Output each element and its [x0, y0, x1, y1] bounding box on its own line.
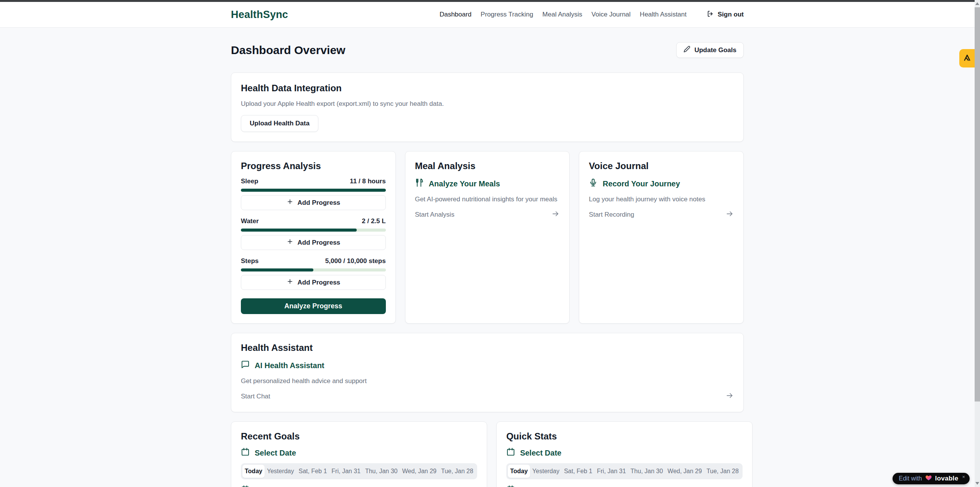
voice-journal-description: Log your health journey with voice notes: [589, 195, 734, 203]
calendar-icon: [506, 448, 515, 458]
chat-bubble-icon: [241, 360, 250, 371]
date-tab-strip: Today Yesterday Sat, Feb 1 Fri, Jan 31 T…: [241, 463, 477, 479]
progress-analysis-card: Progress Analysis Sleep 11 / 8 hours Add…: [231, 151, 396, 324]
progress-bar-fill: [241, 189, 386, 192]
date-tab-today[interactable]: Today: [242, 465, 265, 478]
metric-value: 11 / 8 hours: [350, 178, 386, 185]
start-chat-action[interactable]: Start Chat: [241, 392, 734, 401]
analyze-your-meals-label: Analyze Your Meals: [429, 179, 500, 188]
add-progress-sleep-button[interactable]: Add Progress: [241, 195, 386, 210]
date-tab-fri-jan-31[interactable]: Fri, Jan 31: [329, 465, 363, 478]
progress-analysis-title: Progress Analysis: [241, 161, 386, 171]
metric-label: Water: [241, 217, 259, 225]
metric-label: Steps: [241, 257, 259, 265]
microphone-icon: [589, 178, 598, 189]
update-goals-label: Update Goals: [694, 46, 736, 54]
meal-analysis-description: Get AI-powered nutritional insights for …: [415, 195, 560, 203]
brand-logo[interactable]: HealthSync: [231, 9, 288, 21]
side-widget-badge[interactable]: [959, 49, 975, 67]
add-progress-label: Add Progress: [298, 239, 340, 247]
analyze-your-meals-link[interactable]: Analyze Your Meals: [415, 178, 560, 189]
start-analysis-action[interactable]: Start Analysis: [415, 210, 560, 220]
meal-analysis-card: Meal Analysis Analyze Your Meals Get AI-…: [405, 151, 570, 324]
nav-item-meal-analysis[interactable]: Meal Analysis: [542, 11, 582, 18]
health-data-integration-card: Health Data Integration Upload your Appl…: [231, 72, 744, 142]
start-recording-action[interactable]: Start Recording: [589, 210, 734, 220]
metric-value: 2 / 2.5 L: [362, 217, 385, 225]
edit-with-label: Edit with: [899, 475, 922, 482]
page-title: Dashboard Overview: [231, 44, 345, 57]
vertical-scrollbar[interactable]: [975, 0, 980, 487]
date-tab-tue-jan-28[interactable]: Tue, Jan 28: [704, 465, 741, 478]
metric-row-water: Water 2 / 2.5 L: [241, 217, 386, 225]
progress-bar-steps: [241, 268, 386, 271]
quick-stats-title: Quick Stats: [506, 431, 743, 442]
upload-health-data-button[interactable]: Upload Health Data: [241, 115, 318, 132]
nav-item-health-assistant[interactable]: Health Assistant: [640, 11, 687, 18]
start-analysis-label: Start Analysis: [415, 211, 455, 219]
date-tab-wed-jan-29[interactable]: Wed, Jan 29: [665, 465, 704, 478]
plus-icon: [287, 198, 293, 207]
scrollbar-thumb[interactable]: [975, 7, 980, 401]
date-tab-today[interactable]: Today: [508, 465, 530, 478]
health-data-description: Upload your Apple Health export (export.…: [241, 100, 734, 108]
progress-bar-fill: [241, 268, 313, 271]
date-tab-thu-jan-30[interactable]: Thu, Jan 30: [628, 465, 665, 478]
calendar-icon: [506, 485, 515, 487]
badge-logo-icon: [963, 53, 972, 64]
record-your-journey-link[interactable]: Record Your Journey: [589, 178, 734, 189]
date-tab-wed-jan-29[interactable]: Wed, Jan 29: [400, 465, 439, 478]
selected-date-display[interactable]: February 3, 2025: [241, 485, 477, 487]
arrow-right-icon: [552, 210, 560, 220]
edit-with-lovable-badge[interactable]: Edit with lovable ×: [893, 473, 970, 484]
metric-row-steps: Steps 5,000 / 10,000 steps: [241, 257, 386, 265]
date-tab-yesterday[interactable]: Yesterday: [265, 465, 296, 478]
health-assistant-description: Get personalized health advice and suppo…: [241, 377, 734, 385]
app-header: HealthSync Dashboard Progress Tracking M…: [0, 2, 975, 28]
sign-out-icon: [707, 10, 714, 20]
progress-bar-water: [241, 229, 386, 232]
analyze-progress-button[interactable]: Analyze Progress: [241, 298, 386, 314]
heart-icon: [925, 474, 932, 483]
progress-bar-fill: [241, 229, 357, 232]
voice-journal-card: Voice Journal Record Your Journey Log yo…: [579, 151, 744, 324]
arrow-right-icon: [726, 210, 734, 220]
close-icon[interactable]: ×: [962, 474, 965, 480]
lovable-brand-label: lovable: [935, 475, 959, 482]
date-tab-thu-jan-30[interactable]: Thu, Jan 30: [363, 465, 400, 478]
ai-health-assistant-link[interactable]: AI Health Assistant: [241, 360, 734, 371]
nav-item-dashboard[interactable]: Dashboard: [440, 11, 471, 18]
meal-analysis-title: Meal Analysis: [415, 161, 560, 171]
health-assistant-card: Health Assistant AI Health Assistant Get…: [231, 333, 744, 412]
quick-stats-card: Quick Stats Select Date Today Yesterday …: [496, 421, 753, 487]
record-your-journey-label: Record Your Journey: [603, 179, 680, 188]
date-tab-fri-jan-31[interactable]: Fri, Jan 31: [595, 465, 628, 478]
add-progress-water-button[interactable]: Add Progress: [241, 235, 386, 250]
add-progress-label: Add Progress: [298, 279, 340, 286]
select-date-toggle[interactable]: Select Date: [241, 448, 477, 458]
date-tab-strip: Today Yesterday Sat, Feb 1 Fri, Jan 31 T…: [506, 463, 743, 479]
nav-item-progress-tracking[interactable]: Progress Tracking: [481, 11, 533, 18]
select-date-toggle[interactable]: Select Date: [506, 448, 743, 458]
plus-icon: [287, 238, 293, 247]
main-content: Dashboard Overview Update Goals Health D…: [231, 28, 744, 487]
date-tab-sat-feb-1[interactable]: Sat, Feb 1: [296, 465, 329, 478]
add-progress-label: Add Progress: [298, 199, 340, 207]
health-data-title: Health Data Integration: [241, 83, 734, 94]
date-tab-yesterday[interactable]: Yesterday: [530, 465, 562, 478]
date-tab-sat-feb-1[interactable]: Sat, Feb 1: [562, 465, 595, 478]
update-goals-button[interactable]: Update Goals: [676, 42, 744, 58]
bottom-card-row: Recent Goals Select Date Today Yesterday…: [231, 421, 744, 487]
plus-icon: [287, 278, 293, 287]
progress-bar-sleep: [241, 189, 386, 192]
select-date-label: Select Date: [255, 449, 296, 457]
scrollbar-up-arrow-icon[interactable]: [975, 2, 979, 5]
nav-item-voice-journal[interactable]: Voice Journal: [591, 11, 631, 18]
sign-out-button[interactable]: Sign out: [707, 10, 744, 20]
selected-date-display[interactable]: February 3, 2025: [506, 485, 743, 487]
date-tab-tue-jan-28[interactable]: Tue, Jan 28: [439, 465, 476, 478]
add-progress-steps-button[interactable]: Add Progress: [241, 275, 386, 290]
scrollbar-down-arrow-icon[interactable]: [975, 482, 979, 485]
sign-out-label: Sign out: [718, 11, 744, 18]
ai-health-assistant-label: AI Health Assistant: [255, 361, 324, 370]
